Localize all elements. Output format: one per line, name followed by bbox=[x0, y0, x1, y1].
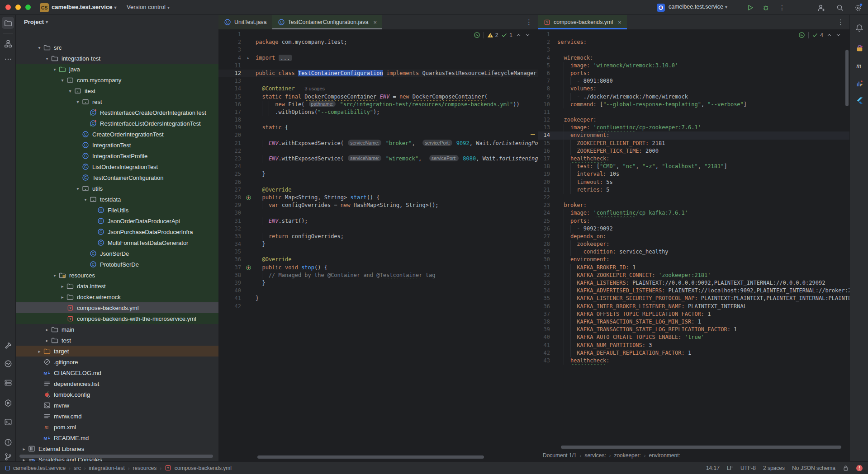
tree-row[interactable]: CIntegrationTestProfile bbox=[16, 150, 218, 161]
tree-chevron-icon[interactable]: ▾ bbox=[59, 78, 66, 83]
yaml-editor-content[interactable]: 12services:34wiremock:5image: 'wiremock/… bbox=[538, 31, 849, 365]
tree-chevron-icon[interactable]: ▾ bbox=[36, 45, 43, 50]
tree-row[interactable]: ▾utils bbox=[16, 183, 218, 194]
tree-row[interactable]: ▾java bbox=[16, 64, 218, 75]
tree-chevron-icon[interactable]: ▸ bbox=[43, 338, 51, 343]
tool-stripe-project-folder-icon[interactable] bbox=[2, 17, 14, 29]
tool-stripe-plugin-flutter-icon[interactable] bbox=[854, 94, 865, 106]
close-tab-icon[interactable]: × bbox=[618, 19, 621, 26]
tool-stripe-terminal-icon[interactable] bbox=[2, 416, 14, 428]
tree-row[interactable]: ▸External Libraries bbox=[16, 443, 218, 454]
tool-stripe-plugin-chart-icon[interactable] bbox=[854, 77, 865, 89]
run-button[interactable] bbox=[746, 4, 754, 12]
tree-row[interactable]: CJsonSerDe bbox=[16, 248, 218, 259]
gutter-icon-slot[interactable] bbox=[241, 264, 256, 272]
warnings-count[interactable]: 2 bbox=[495, 32, 498, 38]
yaml-hscrollbar[interactable] bbox=[561, 446, 841, 449]
tool-stripe-run-hexagon-icon[interactable] bbox=[2, 397, 14, 409]
breadcrumb-item[interactable]: environment: bbox=[649, 452, 680, 459]
tree-chevron-icon[interactable]: ▾ bbox=[51, 273, 58, 278]
project-menu[interactable]: camelbee.test.service▾ bbox=[52, 4, 116, 10]
editor-tab[interactable]: Ycompose-backends.yml× bbox=[538, 15, 627, 29]
tool-stripe-more-icon[interactable] bbox=[2, 53, 14, 65]
tree-row[interactable]: ▾testdata bbox=[16, 194, 218, 205]
project-tree[interactable]: ▾src▾integration-test▾java▾com.mycompany… bbox=[16, 44, 218, 461]
tree-row[interactable]: ▾src bbox=[16, 44, 218, 53]
tree-row[interactable]: mvnw bbox=[16, 400, 218, 411]
status-breadcrumb-item[interactable]: src bbox=[74, 465, 81, 471]
checks-count[interactable]: 4 bbox=[820, 32, 823, 38]
status-breadcrumb-item[interactable]: resources bbox=[133, 465, 157, 471]
tree-chevron-icon[interactable]: ▾ bbox=[51, 67, 58, 72]
tree-row[interactable]: lombok.config bbox=[16, 389, 218, 400]
next-problem-icon[interactable] bbox=[835, 32, 841, 38]
tree-row[interactable]: ▾rest bbox=[16, 96, 218, 107]
tree-row[interactable]: CProtobufSerDe bbox=[16, 259, 218, 270]
tree-row[interactable]: MREADME.md bbox=[16, 432, 218, 443]
tree-row[interactable]: ▸test bbox=[16, 335, 218, 346]
tree-row[interactable]: ▸main bbox=[16, 324, 218, 335]
tree-row[interactable]: ▾itest bbox=[16, 85, 218, 96]
close-window-icon[interactable] bbox=[5, 5, 11, 10]
settings-gear-icon[interactable] bbox=[854, 4, 862, 12]
status-item[interactable]: 14:17 bbox=[706, 465, 720, 471]
yaml-vscrollbar[interactable] bbox=[845, 50, 849, 106]
tree-row[interactable]: CMultiFormatTestDataGenerator bbox=[16, 237, 218, 248]
java-editor-content[interactable]: 12package com.mycompany.itest;34▸import … bbox=[218, 31, 538, 310]
tree-row[interactable]: CRestInterfaceCreateOrderIntegrationTest bbox=[16, 107, 218, 118]
project-chip[interactable]: CS bbox=[40, 3, 49, 12]
tool-stripe-maven-icon[interactable]: m bbox=[854, 60, 865, 71]
tree-row[interactable]: .gitignore bbox=[16, 357, 218, 367]
tree-row[interactable]: CFileUtils bbox=[16, 205, 218, 216]
status-item[interactable]: LF bbox=[727, 465, 733, 471]
more-actions-button[interactable]: ⋮ bbox=[778, 4, 786, 12]
tab-options-icon[interactable]: ⋮ bbox=[837, 18, 844, 26]
status-item[interactable]: UTF-8 bbox=[740, 465, 756, 471]
tree-chevron-icon[interactable]: ▾ bbox=[74, 99, 81, 104]
status-breadcrumb-item[interactable]: compose-backends.yml bbox=[175, 465, 232, 471]
run-config-selector[interactable]: camelbee.test.service▾ bbox=[669, 4, 727, 10]
tool-stripe-git-branch-icon[interactable] bbox=[2, 451, 14, 463]
tree-chevron-icon[interactable]: ▸ bbox=[59, 295, 66, 300]
search-everywhere-icon[interactable] bbox=[836, 4, 844, 12]
tool-stripe-services-icon[interactable] bbox=[2, 376, 14, 389]
tree-row[interactable]: ▾com.mycompany bbox=[16, 75, 218, 85]
breadcrumb-item[interactable]: zookeeper: bbox=[614, 452, 640, 459]
tree-chevron-icon[interactable]: ▾ bbox=[82, 197, 89, 202]
tool-stripe-structure-icon[interactable] bbox=[2, 38, 14, 50]
tree-chevron-icon[interactable]: ▾ bbox=[66, 89, 74, 94]
tree-row[interactable]: CRestInterfaceListOrdersIntegrationTest bbox=[16, 118, 218, 129]
project-hscrollbar[interactable] bbox=[19, 455, 213, 458]
version-control-menu[interactable]: Version control▾ bbox=[127, 4, 170, 10]
java-editor-pane[interactable]: CUnitTest.javaCTestContainerConfiguratio… bbox=[218, 15, 538, 461]
next-problem-icon[interactable] bbox=[525, 32, 531, 38]
project-panel-header[interactable]: Project▾ bbox=[16, 15, 218, 29]
tree-row[interactable]: CJsonOrderDataProducerApi bbox=[16, 216, 218, 226]
run-config-icon[interactable] bbox=[657, 4, 665, 12]
breadcrumb-item[interactable]: Document 1/1 bbox=[543, 452, 577, 459]
fold-chevron-icon[interactable]: ▸ bbox=[241, 54, 256, 62]
yaml-editor-pane[interactable]: Ycompose-backends.yml×⋮ 4 12services:34w… bbox=[538, 15, 849, 461]
tree-row[interactable]: mvnw.cmd bbox=[16, 411, 218, 422]
java-hscrollbar[interactable] bbox=[257, 455, 484, 459]
tree-row[interactable]: ▸data.inttest bbox=[16, 281, 218, 291]
tool-stripe-plugin-toolbox-icon[interactable] bbox=[854, 42, 865, 54]
tree-row[interactable]: Ycompose-backends.yml bbox=[16, 302, 218, 313]
tree-row[interactable]: ▸docker.wiremock bbox=[16, 291, 218, 302]
debug-button[interactable] bbox=[762, 4, 770, 12]
gutter-icon-slot[interactable] bbox=[241, 194, 256, 202]
tree-row[interactable]: CListOrdersIntegrationTest bbox=[16, 161, 218, 172]
tool-stripe-problems-icon[interactable] bbox=[2, 436, 14, 448]
status-item[interactable]: 2 spaces bbox=[763, 465, 785, 471]
code-with-me-icon[interactable] bbox=[817, 4, 825, 12]
tree-chevron-icon[interactable]: ▸ bbox=[36, 349, 43, 354]
tree-row[interactable]: CCreateOrderIntegrationTest bbox=[16, 129, 218, 140]
tree-chevron-icon[interactable]: ▾ bbox=[43, 56, 51, 61]
tab-options-icon[interactable]: ⋮ bbox=[526, 18, 532, 26]
close-tab-icon[interactable]: × bbox=[373, 19, 377, 26]
tree-chevron-icon[interactable]: ▾ bbox=[74, 186, 81, 191]
tree-row[interactable]: ▾integration-test bbox=[16, 53, 218, 64]
tree-row[interactable]: dependencies.list bbox=[16, 378, 218, 389]
yaml-inspections-widget[interactable]: 4 bbox=[798, 32, 841, 38]
tree-chevron-icon[interactable]: ▸ bbox=[20, 446, 28, 451]
